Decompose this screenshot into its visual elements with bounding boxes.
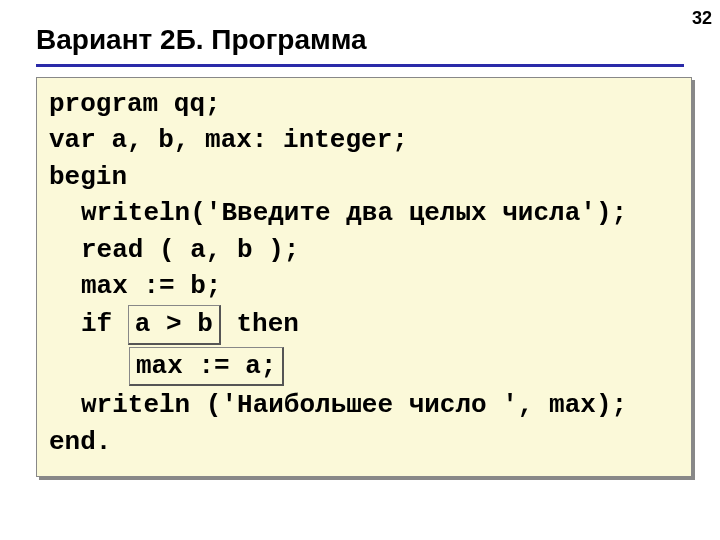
code-line: if a > b then: [49, 304, 679, 345]
code-line: program qq;: [49, 86, 679, 122]
page-number: 32: [692, 8, 712, 29]
highlight-assignment: max := a;: [129, 347, 284, 386]
code-line: max := b;: [49, 268, 679, 304]
code-line: end.: [49, 424, 679, 460]
code-line: var a, b, max: integer;: [49, 122, 679, 158]
code-line: writeln('Введите два целых числа');: [49, 195, 679, 231]
code-line: writeln ('Наибольшее число ', max);: [49, 387, 679, 423]
highlight-condition: a > b: [128, 305, 221, 344]
code-box: program qq; var a, b, max: integer; begi…: [36, 77, 692, 477]
code-text: if: [81, 309, 128, 339]
code-line: read ( a, b );: [49, 232, 679, 268]
code-line: max := a;: [49, 346, 679, 387]
slide-title: Вариант 2Б. Программа: [0, 0, 720, 64]
code-text: then: [221, 309, 299, 339]
title-underline: [36, 64, 684, 67]
code-line: begin: [49, 159, 679, 195]
